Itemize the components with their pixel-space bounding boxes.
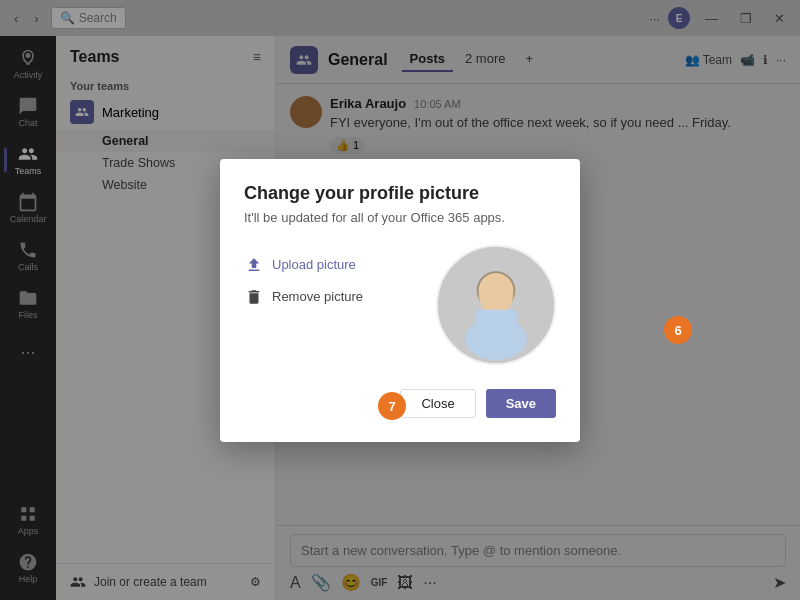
save-button[interactable]: Save [486, 389, 556, 418]
modal-title: Change your profile picture [244, 183, 556, 204]
trash-icon [244, 287, 264, 307]
upload-label: Upload picture [272, 257, 356, 272]
modal-overlay: Change your profile picture It'll be upd… [0, 0, 800, 600]
modal-body: Upload picture Remove picture [244, 245, 556, 365]
upload-icon [244, 255, 264, 275]
remove-picture-link[interactable]: Remove picture [244, 287, 416, 307]
profile-picture [436, 245, 556, 365]
remove-label: Remove picture [272, 289, 363, 304]
modal-actions: Upload picture Remove picture [244, 245, 416, 307]
upload-picture-link[interactable]: Upload picture [244, 255, 416, 275]
step-badge-7: 7 [378, 392, 406, 420]
svg-rect-4 [475, 309, 518, 338]
modal-subtitle: It'll be updated for all of your Office … [244, 210, 556, 225]
step-badge-6: 6 [664, 316, 692, 344]
close-button[interactable]: Close [400, 389, 475, 418]
